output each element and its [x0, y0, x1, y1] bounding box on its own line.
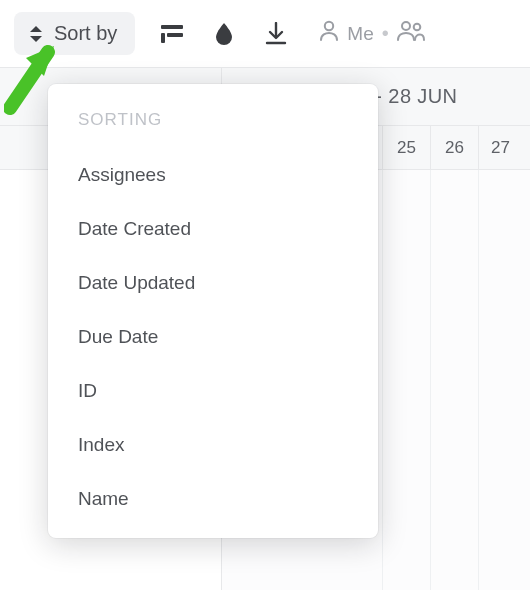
group-by-icon[interactable]: [157, 19, 187, 49]
grid-col: [478, 170, 522, 590]
sort-option-id[interactable]: ID: [48, 364, 378, 418]
me-label: Me: [347, 23, 373, 45]
download-icon[interactable]: [261, 19, 291, 49]
sort-option-due-date[interactable]: Due Date: [48, 310, 378, 364]
dot-separator: •: [382, 22, 389, 45]
sort-dropdown: SORTING Assignees Date Created Date Upda…: [48, 84, 378, 538]
drop-icon[interactable]: [209, 19, 239, 49]
sort-arrows-icon: [28, 25, 44, 43]
svg-point-5: [413, 24, 420, 31]
sort-option-date-created[interactable]: Date Created: [48, 202, 378, 256]
sort-by-label: Sort by: [54, 22, 117, 45]
people-icon[interactable]: [397, 20, 425, 47]
sort-by-button[interactable]: Sort by: [14, 12, 135, 55]
day-cell[interactable]: 26: [430, 126, 478, 169]
svg-rect-0: [161, 25, 183, 29]
dropdown-heading: SORTING: [48, 104, 378, 148]
day-cell[interactable]: 25: [382, 126, 430, 169]
day-cell[interactable]: 27: [478, 126, 522, 169]
toolbar: Sort by Me •: [0, 0, 530, 68]
grid-col: [382, 170, 430, 590]
sort-option-index[interactable]: Index: [48, 418, 378, 472]
sort-option-name[interactable]: Name: [48, 472, 378, 526]
me-filter[interactable]: Me •: [319, 20, 424, 47]
svg-rect-2: [161, 33, 165, 43]
sort-option-assignees[interactable]: Assignees: [48, 148, 378, 202]
person-icon: [319, 20, 339, 47]
svg-point-4: [402, 22, 410, 30]
svg-rect-1: [167, 33, 183, 37]
svg-point-3: [325, 22, 333, 30]
grid-col: [430, 170, 478, 590]
sort-option-date-updated[interactable]: Date Updated: [48, 256, 378, 310]
